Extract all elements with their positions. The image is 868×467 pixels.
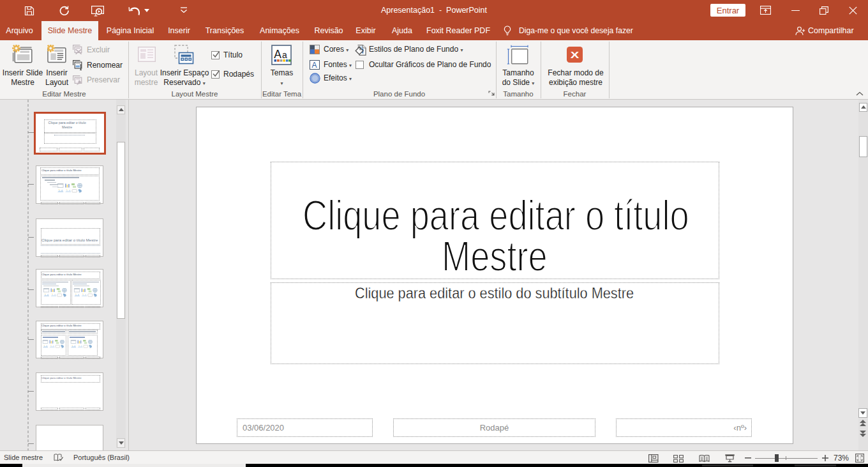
- svg-text:A: A: [311, 61, 317, 70]
- svg-text:A: A: [274, 48, 281, 61]
- svg-text:a: a: [282, 50, 287, 60]
- svg-text:X: X: [571, 50, 580, 60]
